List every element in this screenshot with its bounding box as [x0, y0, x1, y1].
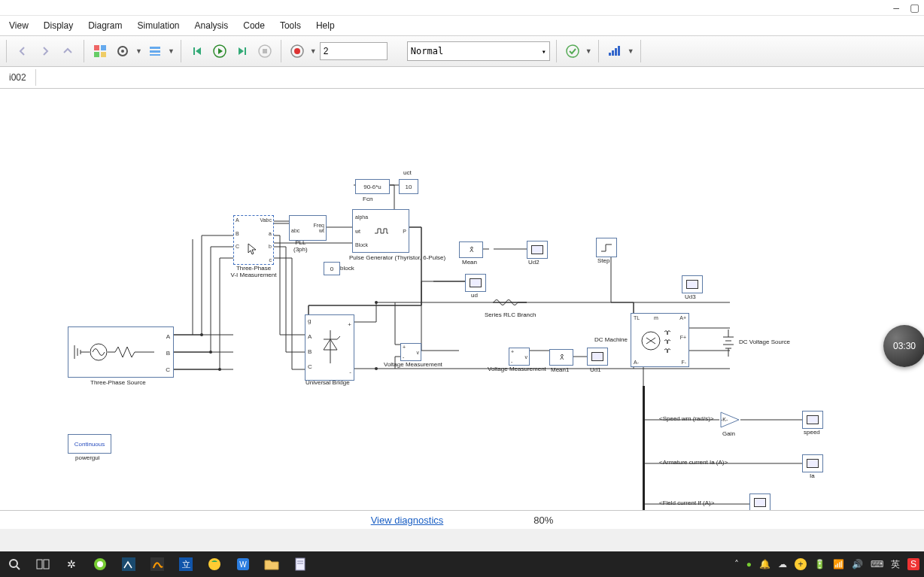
- run-button[interactable]: [210, 41, 229, 61]
- port-ub-plus: +: [348, 321, 351, 328]
- dropdown-arrow-icon[interactable]: ▼: [310, 47, 317, 55]
- block-fcn[interactable]: 90-6*u: [355, 179, 390, 194]
- svg-rect-48: [37, 560, 42, 569]
- block-mean1[interactable]: X̄: [549, 349, 573, 366]
- port-alpha: alpha: [355, 214, 368, 220]
- scope-if[interactable]: [749, 493, 771, 510]
- tray-volume-icon[interactable]: 🔊: [852, 559, 863, 569]
- block-mean[interactable]: X̄: [459, 241, 483, 258]
- view-diagnostics-link[interactable]: View diagnostics: [371, 515, 444, 526]
- label-speed: speed: [804, 429, 820, 436]
- label-ud1: Ud1: [590, 366, 601, 373]
- tray-wifi-icon[interactable]: 📶: [833, 559, 844, 569]
- block-vi-measurement[interactable]: AVabc Ba Cb c: [233, 215, 274, 265]
- app-notes-icon[interactable]: [290, 554, 310, 574]
- svg-rect-0: [94, 45, 99, 50]
- block-voltage-measurement-2[interactable]: + - v: [509, 348, 530, 366]
- stop-time-input[interactable]: [320, 42, 388, 60]
- tray-keyboard-icon[interactable]: ⌨: [871, 559, 883, 569]
- block-dc-machine[interactable]: TL m A+ A- F+ F-: [631, 313, 689, 367]
- menu-display[interactable]: Display: [44, 20, 73, 31]
- menu-diagram[interactable]: Diagram: [88, 20, 122, 31]
- maximize-button[interactable]: ▢: [910, 2, 919, 14]
- model-config-button[interactable]: [113, 41, 132, 61]
- svg-point-56: [208, 558, 220, 570]
- port-a-lower: a: [269, 231, 272, 236]
- floating-timer[interactable]: 03:30: [883, 325, 924, 367]
- label-dc-machine: DC Machine: [594, 336, 628, 343]
- block-const0[interactable]: 0: [324, 262, 340, 275]
- step-back-button[interactable]: [187, 41, 207, 61]
- block-step[interactable]: [596, 238, 617, 257]
- stop-button[interactable]: [255, 41, 275, 61]
- dropdown-arrow-icon[interactable]: ▼: [135, 47, 142, 55]
- svg-rect-8: [150, 54, 160, 56]
- tab-model[interactable]: i002: [0, 69, 36, 86]
- block-powergui[interactable]: Continuous: [68, 434, 111, 454]
- label-speed-tag: <Speed wm (rad/s)>: [659, 415, 713, 422]
- tray-bell-icon[interactable]: 🔔: [759, 559, 771, 569]
- menu-analysis[interactable]: Analysis: [195, 20, 229, 31]
- block-pll[interactable]: Freq abcwt: [289, 215, 327, 241]
- label-universal-bridge: Universal Bridge: [305, 379, 350, 386]
- menu-help[interactable]: Help: [316, 20, 335, 31]
- menu-code[interactable]: Code: [243, 20, 265, 31]
- dropdown-arrow-icon[interactable]: ▼: [628, 47, 634, 55]
- nav-fwd-button[interactable]: [35, 41, 55, 61]
- app-pinwheel-icon[interactable]: ✲: [62, 554, 81, 574]
- scope-ia[interactable]: [802, 454, 823, 472]
- port-fm: F-: [681, 360, 686, 365]
- svg-text:W: W: [239, 560, 247, 569]
- app-matlab-icon[interactable]: [147, 554, 167, 574]
- block-three-phase-source[interactable]: A B C: [68, 326, 174, 378]
- menu-view[interactable]: View: [9, 20, 29, 31]
- tray-battery-icon[interactable]: 🔋: [814, 559, 825, 569]
- scope-ud3[interactable]: [682, 275, 703, 293]
- block-const10[interactable]: 10: [399, 179, 418, 194]
- app-wps-icon[interactable]: W: [233, 554, 253, 574]
- tray-sogou-icon[interactable]: S: [907, 558, 919, 570]
- app-yellow-icon[interactable]: [205, 554, 224, 574]
- scope-speed[interactable]: [802, 411, 823, 429]
- svg-rect-6: [150, 47, 160, 49]
- port-src-a: A: [166, 333, 170, 340]
- build-button[interactable]: [605, 41, 625, 61]
- app-blue-icon[interactable]: 立: [176, 554, 196, 574]
- dropdown-arrow-icon[interactable]: ▼: [585, 47, 592, 55]
- svg-point-25: [218, 368, 221, 371]
- menu-tools[interactable]: Tools: [280, 20, 301, 31]
- menu-simulation[interactable]: Simulation: [138, 20, 180, 31]
- taskview-icon[interactable]: [33, 554, 53, 574]
- diagram-canvas[interactable]: uct 10 90-6*u Fcn alpha wt P Block Pulse…: [0, 89, 924, 510]
- tray-plus-icon[interactable]: +: [795, 558, 807, 570]
- port-minus: -: [403, 354, 404, 360]
- search-icon[interactable]: [5, 554, 24, 574]
- tray-cloud-icon[interactable]: ☁: [778, 559, 787, 569]
- tray-green-icon[interactable]: ●: [746, 559, 752, 569]
- scope-ud1[interactable]: [587, 348, 608, 366]
- minimize-button[interactable]: –: [893, 2, 899, 14]
- library-browser-button[interactable]: [90, 41, 110, 61]
- record-button[interactable]: [287, 41, 307, 61]
- app-matlab-editor-icon[interactable]: [119, 554, 138, 574]
- app-explorer-icon[interactable]: [262, 554, 281, 574]
- rlc-symbol-icon: [493, 296, 527, 308]
- block-voltage-measurement-1[interactable]: + - v: [400, 343, 421, 361]
- tray-chevron-up-icon[interactable]: ˄: [734, 559, 739, 569]
- step-fwd-button[interactable]: [233, 41, 252, 61]
- dc-source-icon[interactable]: [721, 328, 736, 358]
- nav-back-button[interactable]: [13, 41, 32, 61]
- nav-up-button[interactable]: [58, 41, 78, 61]
- scope-ud[interactable]: [465, 274, 486, 292]
- sim-mode-select[interactable]: Normal ▾: [407, 41, 550, 61]
- check-model-button[interactable]: [563, 41, 582, 61]
- block-universal-bridge[interactable]: g A B C + -: [305, 314, 354, 381]
- app-browser-icon[interactable]: [90, 554, 110, 574]
- svg-rect-53: [150, 557, 164, 571]
- tray-ime[interactable]: 英: [891, 558, 900, 571]
- dropdown-arrow-icon[interactable]: ▼: [168, 47, 175, 55]
- scope-ud2[interactable]: [527, 241, 548, 259]
- model-explorer-button[interactable]: [145, 41, 165, 61]
- label-step: Step: [597, 257, 609, 264]
- block-pulse-generator[interactable]: alpha wt P Block: [352, 209, 409, 253]
